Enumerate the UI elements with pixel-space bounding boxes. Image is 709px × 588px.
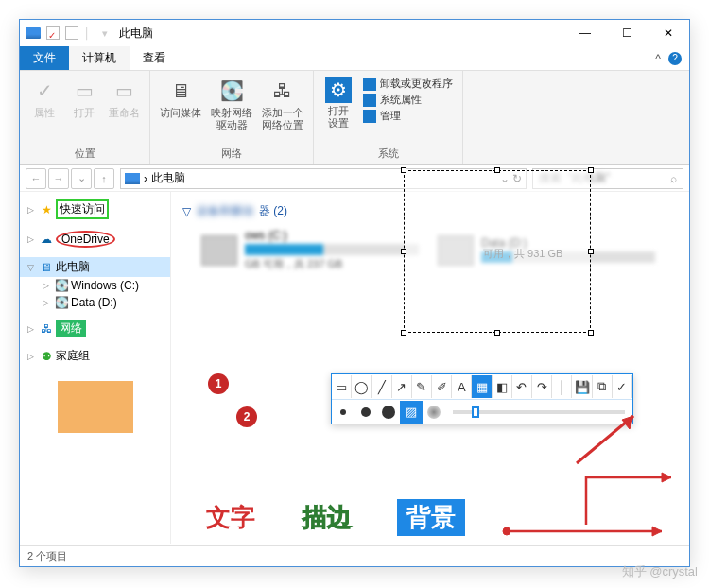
ribbon-group-network: 🖥访问媒体 💽映射网络 驱动器 🖧添加一个 网络位置 网络 xyxy=(150,71,314,164)
brush-med[interactable] xyxy=(354,401,377,424)
status-bar: 2 个项目 xyxy=(20,545,689,566)
ribbon: ✓属性 ▭打开 ▭重命名 位置 🖥访问媒体 💽映射网络 驱动器 🖧添加一个 网络… xyxy=(20,71,689,165)
separator: │ xyxy=(84,27,91,39)
brush-small[interactable] xyxy=(332,401,354,424)
close-button[interactable]: ✕ xyxy=(648,20,689,46)
add-netloc-button[interactable]: 🖧添加一个 网络位置 xyxy=(258,75,307,145)
tool-copy[interactable]: ⧉ xyxy=(593,375,613,398)
open-settings-button[interactable]: ⚙打开 设置 xyxy=(320,75,357,145)
pc-icon xyxy=(125,173,140,184)
chevron-icon[interactable]: › xyxy=(144,172,147,185)
system-properties[interactable]: 系统属性 xyxy=(363,93,453,107)
tab-computer[interactable]: 计算机 xyxy=(69,46,130,70)
tree-drive-d[interactable]: ▷💽Data (D:) xyxy=(20,294,170,311)
forward-button[interactable]: → xyxy=(48,168,69,189)
item-count: 2 个项目 xyxy=(27,549,67,563)
open-button[interactable]: ▭打开 xyxy=(65,75,103,145)
svg-marker-1 xyxy=(622,416,633,429)
tree-drive-c[interactable]: ▷💽Windows (C:) xyxy=(20,277,170,294)
annotation-orange-box xyxy=(58,381,133,433)
access-media-button[interactable]: 🖥访问媒体 xyxy=(156,75,205,145)
watermark: 知乎 @crystal xyxy=(622,563,698,580)
window-title: 此电脑 xyxy=(119,26,153,42)
tool-rect[interactable]: ▭ xyxy=(332,375,352,398)
system-list: 卸载或更改程序 系统属性 管理 xyxy=(359,75,457,145)
ribbon-tabs: 文件 计算机 查看 ^ ? xyxy=(20,46,689,71)
mosaic-style[interactable]: ▨ xyxy=(400,401,423,424)
titlebar[interactable]: │ ▾ 此电脑 — ☐ ✕ xyxy=(20,20,689,46)
svg-marker-2 xyxy=(662,473,671,482)
slider-handle[interactable] xyxy=(472,406,479,418)
ribbon-group-location: ✓属性 ▭打开 ▭重命名 位置 xyxy=(20,71,150,164)
manage-icon xyxy=(363,110,376,123)
brush-large[interactable] xyxy=(377,401,400,424)
drive-c[interactable]: ows (C:) GB 可用，共 237 GB xyxy=(201,229,419,271)
tool-save[interactable]: 💾 xyxy=(572,375,592,398)
rename-button[interactable]: ▭重命名 xyxy=(105,75,144,145)
tool-undo[interactable]: ↶ xyxy=(512,375,532,398)
help-icon[interactable]: ? xyxy=(668,52,682,65)
group-label: 系统 xyxy=(320,145,457,164)
tool-ok[interactable]: ✓ xyxy=(613,375,632,398)
collapse-ribbon-icon[interactable]: ^ xyxy=(655,52,661,65)
group-label: 位置 xyxy=(26,145,144,164)
tree-homegroup[interactable]: ▷⚉家庭组 xyxy=(20,346,170,366)
tool-ellipse[interactable]: ◯ xyxy=(352,375,372,398)
separator: │ xyxy=(552,375,572,398)
annotation-arrow-3 xyxy=(501,522,671,541)
annotation-marker-1: 1 xyxy=(208,373,229,394)
uninstall-programs[interactable]: 卸载或更改程序 xyxy=(363,77,453,91)
qat-button[interactable] xyxy=(65,26,78,40)
tree-thispc[interactable]: ▽🖥此电脑 xyxy=(20,257,170,277)
svg-marker-5 xyxy=(652,527,662,536)
tool-arrow[interactable]: ↗ xyxy=(392,375,412,398)
tree-onedrive[interactable]: ▷☁OneDrive xyxy=(20,229,170,250)
annotation-text-1: 文字 xyxy=(206,501,255,534)
nav-tree: ▷★快速访问 ▷☁OneDrive ▽🖥此电脑 ▷💽Windows (C:) ▷… xyxy=(20,192,171,544)
tree-quick-access[interactable]: ▷★快速访问 xyxy=(20,198,170,221)
tool-eraser[interactable]: ◧ xyxy=(493,375,512,398)
drive-icon xyxy=(201,235,237,266)
annotation-marker-2: 2 xyxy=(236,406,257,427)
tool-pen[interactable]: ✎ xyxy=(412,375,432,398)
tool-text[interactable]: A xyxy=(452,375,472,398)
group-label: 网络 xyxy=(156,145,307,164)
blur-style[interactable] xyxy=(423,401,445,424)
map-drive-button[interactable]: 💽映射网络 驱动器 xyxy=(207,75,256,145)
tool-line[interactable]: ╱ xyxy=(372,375,391,398)
tree-network[interactable]: ▷🖧网络 xyxy=(20,319,170,338)
tool-redo[interactable]: ↷ xyxy=(532,375,552,398)
qat-dropdown-icon[interactable]: ▾ xyxy=(102,27,108,40)
tool-marker[interactable]: ✐ xyxy=(432,375,452,398)
recent-dropdown[interactable]: ⌄ xyxy=(71,168,92,189)
annotation-text-2: 描边 xyxy=(303,501,352,534)
properties-button[interactable]: ✓属性 xyxy=(26,75,63,145)
tab-view[interactable]: 查看 xyxy=(130,46,179,70)
breadcrumb-segment[interactable]: 此电脑 xyxy=(151,170,185,186)
annotation-text-3: 背景 xyxy=(397,499,465,536)
pc-icon xyxy=(26,27,41,39)
qat-checkbox-icon[interactable] xyxy=(46,26,60,40)
annotation-arrow-1 xyxy=(567,406,662,473)
minimize-button[interactable]: — xyxy=(564,20,606,46)
back-button[interactable]: ← xyxy=(26,168,46,189)
up-button[interactable]: ↑ xyxy=(94,168,114,189)
manage[interactable]: 管理 xyxy=(363,109,453,123)
ribbon-group-system: ⚙打开 设置 卸载或更改程序 系统属性 管理 系统 xyxy=(314,71,463,164)
quick-access-toolbar xyxy=(46,26,78,40)
programs-icon xyxy=(363,78,376,91)
tab-file[interactable]: 文件 xyxy=(20,46,69,70)
maximize-button[interactable]: ☐ xyxy=(606,20,648,46)
sysprops-icon xyxy=(363,94,376,107)
snip-selection[interactable] xyxy=(404,170,591,333)
search-icon[interactable]: ⌕ xyxy=(670,172,677,185)
tool-mosaic[interactable]: ▦ xyxy=(472,375,492,398)
ribbon-help: ^ ? xyxy=(648,46,689,70)
window-controls: — ☐ ✕ xyxy=(564,20,689,46)
